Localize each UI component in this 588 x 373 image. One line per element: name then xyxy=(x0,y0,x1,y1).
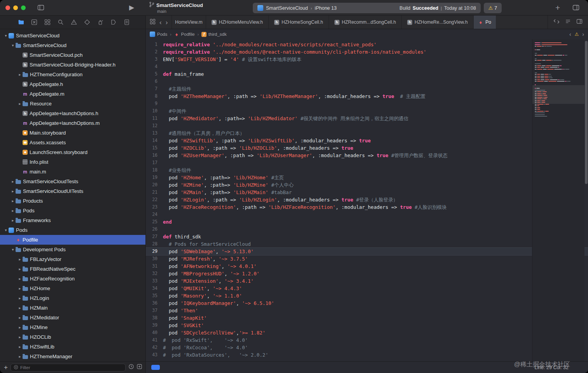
tree-item-resource[interactable]: ▸Resource xyxy=(0,99,145,109)
tree-item-hzfacerecognition[interactable]: ▸HZFaceRecognition xyxy=(0,274,145,284)
line-number[interactable]: 19 xyxy=(146,174,163,181)
tree-item-hzoclib[interactable]: ▸HZOCLib xyxy=(0,332,145,342)
code-line-11[interactable]: 11 pod 'HZMedidator', :path=> 'Lib/HZMed… xyxy=(146,115,588,122)
tree-item-pods[interactable]: ▾Pods xyxy=(0,225,145,235)
tree-item-main-m[interactable]: mmain.m xyxy=(0,167,145,177)
line-number[interactable]: 9 xyxy=(146,100,163,107)
minimize-button[interactable] xyxy=(13,5,18,10)
disclosure-icon[interactable]: ▸ xyxy=(17,102,23,106)
jumpbar-forward-icon[interactable]: › xyxy=(582,32,584,37)
add-editor-icon[interactable] xyxy=(576,19,583,26)
line-number[interactable]: 6 xyxy=(146,78,163,85)
tree-item-appdelegate-launchoptions-h[interactable]: hAppDelegate+launchOptions.h xyxy=(0,109,145,118)
line-number[interactable]: 33 xyxy=(146,277,163,285)
go-back-icon[interactable]: ‹ xyxy=(159,19,162,26)
scm-status-filter-icon[interactable] xyxy=(136,364,142,371)
symbol-navigator-icon[interactable] xyxy=(44,19,51,25)
disclosure-icon[interactable]: ▸ xyxy=(17,257,23,261)
line-number[interactable]: 40 xyxy=(146,329,163,336)
tree-item-smartservicecloudtests[interactable]: ▸SmartServiceCloudTests xyxy=(0,177,145,186)
disclosure-icon[interactable]: ▸ xyxy=(17,354,23,359)
code-line-32[interactable]: 32 pod 'MBProgressHUD', '~> 1.2.0' xyxy=(146,270,588,277)
go-forward-icon[interactable]: › xyxy=(166,19,168,26)
editor-options-icon[interactable] xyxy=(565,19,571,26)
line-number[interactable]: 5 xyxy=(146,70,163,78)
disclosure-icon[interactable]: ▾ xyxy=(3,33,9,38)
active-scheme-block[interactable]: SmartServiceCloud main xyxy=(149,2,203,14)
line-number[interactable]: 36 xyxy=(146,299,163,307)
disclosure-icon[interactable]: ▸ xyxy=(17,72,23,77)
editor-tab-hzhomere-songview-h[interactable]: hHZHomeRe...SongView.h xyxy=(401,16,473,29)
add-file-button[interactable]: + xyxy=(4,364,8,371)
line-number[interactable]: 23 xyxy=(146,203,163,211)
breakpoint-navigator-icon[interactable] xyxy=(110,19,117,25)
breakpoint-indicator-icon[interactable] xyxy=(151,365,160,370)
editor-tab-homeview-m[interactable]: HomeView.m xyxy=(172,16,205,29)
code-line-16[interactable]: 16 pod 'HZUserManager', :path => 'Lib/HZ… xyxy=(146,152,588,159)
line-number[interactable]: 41 xyxy=(146,336,163,344)
breadcrumb-third-sdk[interactable]: fthird_sdk xyxy=(201,32,227,37)
code-line-40[interactable]: 40 pod 'SDCycleScrollView','>= 1.82' xyxy=(146,329,588,336)
disclosure-icon[interactable]: ▸ xyxy=(17,306,23,310)
code-editor[interactable]: 1require_relative '../node_modules/react… xyxy=(146,39,588,361)
filter-field[interactable] xyxy=(10,364,126,371)
tree-item-main-storyboard[interactable]: Main.storyboard xyxy=(0,128,145,138)
line-number[interactable]: 11 xyxy=(146,115,163,122)
tree-item-smartservicecloud-bridging-header-h[interactable]: hSmartServiceCloud-Bridging-Header.h xyxy=(0,60,145,70)
line-number[interactable]: 32 xyxy=(146,270,163,277)
code-line-29[interactable]: 29 pod 'SDWebImage', '~> 5.13.0' xyxy=(146,248,588,255)
project-navigator-icon[interactable] xyxy=(18,19,24,25)
code-line-3[interactable]: 3ENV['SWIFT_VERSION'] = '4' # 设置swift本地库… xyxy=(146,56,588,63)
code-line-13[interactable]: 13 #通用组件（工具房，用户户口本） xyxy=(146,130,588,137)
code-line-8[interactable]: 8 pod 'HZThemeManager', :path => 'Lib/HZ… xyxy=(146,93,588,100)
tree-item-assets-xcassets[interactable]: Assets.xcassets xyxy=(0,138,145,147)
tree-item-fbreactnativespec[interactable]: ▸FBReactNativeSpec xyxy=(0,264,145,274)
line-number[interactable]: 16 xyxy=(146,152,163,159)
line-number[interactable]: 3 xyxy=(146,56,163,63)
test-navigator-icon[interactable] xyxy=(84,19,90,25)
close-button[interactable] xyxy=(5,5,10,10)
code-line-33[interactable]: 33 pod 'MJExtension', '~> 3.4.1' xyxy=(146,277,588,285)
code-line-2[interactable]: 2require_relative '../node_modules/@reac… xyxy=(146,48,588,56)
line-number[interactable]: 35 xyxy=(146,292,163,299)
tree-item-development-pods[interactable]: ▾Development Pods xyxy=(0,245,145,254)
tree-item-hzmine[interactable]: ▸HZMine xyxy=(0,322,145,332)
disclosure-icon[interactable]: ▸ xyxy=(17,267,23,271)
code-line-14[interactable]: 14 pod 'HZSwiftLib', :path => 'Lib/HZSwi… xyxy=(146,137,588,144)
code-line-23[interactable]: 23 pod 'HZFaceRecognition', :path => 'Li… xyxy=(146,203,588,211)
code-line-38[interactable]: 38 pod 'SnapKit' xyxy=(146,314,588,322)
tree-item-fblazyvector[interactable]: ▸FBLazyVector xyxy=(0,254,145,264)
code-line-37[interactable]: 37 pod 'Then' xyxy=(146,307,588,314)
tree-item-products[interactable]: ▸Products xyxy=(0,196,145,206)
breadcrumb-pods[interactable]: Pods xyxy=(150,32,167,37)
line-number[interactable]: 28 xyxy=(146,240,163,248)
line-number[interactable]: 34 xyxy=(146,285,163,292)
code-line-31[interactable]: 31 pod 'AFNetworking', '~> 4.0.1' xyxy=(146,263,588,270)
scheme-name[interactable]: SmartServiceCloud xyxy=(266,5,308,11)
code-line-17[interactable]: 17 xyxy=(146,159,588,166)
code-line-4[interactable]: 4 xyxy=(146,63,588,70)
tree-item-smartservicecloud[interactable]: ▾SmartServiceCloud xyxy=(0,40,145,50)
tree-item-hzmain[interactable]: ▸HZMain xyxy=(0,303,145,313)
code-line-6[interactable]: 6 xyxy=(146,78,588,85)
code-line-21[interactable]: 21 pod 'HZMain', :path=> 'Lib/HZMain' #t… xyxy=(146,189,588,196)
report-navigator-icon[interactable] xyxy=(124,19,130,25)
line-number[interactable]: 29 xyxy=(146,248,163,255)
find-navigator-icon[interactable] xyxy=(58,19,64,25)
line-number[interactable]: 14 xyxy=(146,137,163,144)
line-number[interactable]: 25 xyxy=(146,218,163,226)
jumpbar-warning-icon[interactable]: ⚠ xyxy=(575,32,579,37)
editor-tab-po[interactable]: ♦Po xyxy=(473,16,496,29)
code-line-5[interactable]: 5def main_frame xyxy=(146,70,588,78)
editor-tab-hzhomesongcell-h[interactable]: hHZHomeSongCell.h xyxy=(268,16,329,29)
tree-item-hzthememanager[interactable]: ▸HZThemeManager xyxy=(0,352,145,361)
tree-item-hzlogin[interactable]: ▸HZLogin xyxy=(0,293,145,303)
tree-item-hzswiftlib[interactable]: ▸HZSwiftLib xyxy=(0,342,145,352)
editor-tab-hzrecomm-dsongcell-h[interactable]: hHZRecomm...dSongCell.h xyxy=(329,16,401,29)
tree-item-hzmedidator[interactable]: ▸HZMedidator xyxy=(0,313,145,322)
code-line-19[interactable]: 19 pod 'HZHome', :path=> 'Lib/HZHome' #主… xyxy=(146,174,588,181)
line-number[interactable]: 24 xyxy=(146,211,163,218)
tree-item-info-plist[interactable]: Info.plist xyxy=(0,157,145,167)
tree-item-smartservicecloud[interactable]: ▾SmartServiceCloud xyxy=(0,31,145,40)
related-items-grid-icon[interactable] xyxy=(150,19,156,26)
